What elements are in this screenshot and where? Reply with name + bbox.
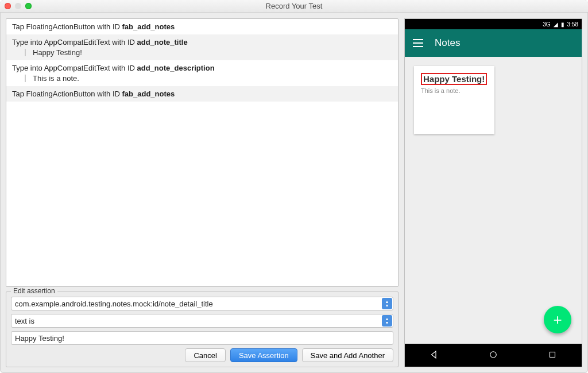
step-id: fab_add_notes [122,22,175,31]
step-id: fab_add_notes [122,90,175,98]
android-nav-bar [405,344,582,367]
fab-add-button[interactable]: + [544,306,571,333]
assertion-rule-select[interactable]: text is [11,314,393,328]
window-title: Record Your Test [0,2,588,10]
save-assertion-button[interactable]: Save Assertion [230,348,297,362]
android-status-bar: 3G ◢ ▮ 3:58 [405,19,582,29]
android-app-bar: Notes [405,29,582,57]
clock: 3:58 [567,21,578,28]
plus-icon: + [553,311,562,329]
signal-label: 3G [543,21,550,28]
battery-icon: ▮ [561,21,564,28]
signal-icon: ◢ [554,21,558,28]
home-icon[interactable] [488,349,498,362]
app-title: Notes [435,37,460,49]
recents-icon[interactable] [547,349,558,362]
step-row[interactable]: Tap FloatingActionButton with ID fab_add… [6,86,398,102]
step-text: Tap FloatingActionButton with ID [12,90,122,98]
titlebar: Record Your Test [0,0,588,13]
note-card[interactable]: Happy Testing! This is a note. [414,66,494,134]
svg-point-0 [490,351,497,358]
step-row[interactable]: Tap FloatingActionButton with ID fab_add… [6,19,398,34]
note-desc: This is a note. [421,87,488,94]
back-icon[interactable] [429,349,439,362]
recorded-steps-list: Tap FloatingActionButton with ID fab_add… [6,18,399,287]
device-preview: 3G ◢ ▮ 3:58 Notes Happy Testing! This is… [404,18,582,367]
cancel-button[interactable]: Cancel [185,348,225,362]
select-stepper-icon: ▲▼ [382,298,392,309]
edit-assertion-panel: Edit assertion com.example.android.testi… [6,292,399,367]
assertion-element-select[interactable]: com.example.android.testing.notes.mock:i… [11,297,393,310]
svg-rect-1 [550,352,555,357]
step-text: Type into AppCompatEditText with ID [12,64,137,72]
save-and-add-another-button[interactable]: Save and Add Another [302,348,393,362]
note-title: Happy Testing! [421,73,487,85]
step-typed-value: Happy Testing! [12,48,392,57]
select-stepper-icon: ▲▼ [382,315,392,327]
assertion-value-input[interactable] [11,331,393,345]
hamburger-icon[interactable] [413,39,423,47]
step-text: Tap FloatingActionButton with ID [12,22,122,31]
step-row[interactable]: Type into AppCompatEditText with ID add_… [6,60,398,86]
step-typed-value: This is a note. [12,74,392,83]
assertion-legend: Edit assertion [11,287,57,295]
step-id: add_note_title [137,38,188,46]
step-text: Type into AppCompatEditText with ID [12,38,137,46]
step-id: add_note_description [137,64,215,72]
step-row[interactable]: Type into AppCompatEditText with ID add_… [6,34,398,60]
